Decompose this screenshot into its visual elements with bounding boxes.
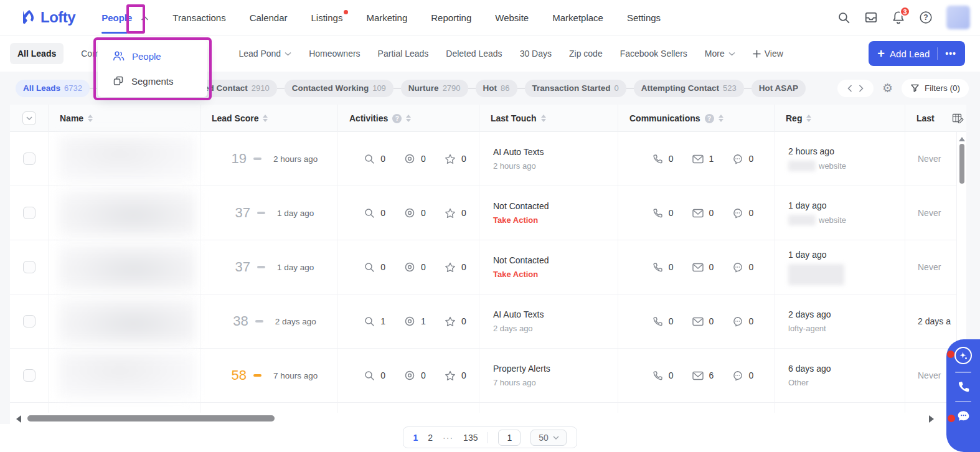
lofty-logo[interactable]: Lofty <box>19 9 75 26</box>
gear-icon[interactable]: ⚙ <box>882 82 893 94</box>
column-settings-icon[interactable] <box>952 113 964 125</box>
nav-marketplace[interactable]: Marketplace <box>552 12 603 23</box>
nav-listings[interactable]: Listings <box>311 12 343 23</box>
inbox-icon[interactable] <box>864 11 878 24</box>
vertical-scrollbar-thumb[interactable] <box>959 144 964 184</box>
stage-chip-nurture[interactable]: Nurture2790 <box>401 80 468 97</box>
column-header-last[interactable]: Last <box>905 105 956 132</box>
column-header-activities[interactable]: Activities ? <box>338 105 479 132</box>
stage-scroll-pill[interactable] <box>837 80 874 97</box>
tab-30-days[interactable]: 30 Days <box>520 49 552 59</box>
nav-website[interactable]: Website <box>495 12 529 23</box>
row-checkbox[interactable] <box>23 207 35 219</box>
plus-icon <box>753 50 761 58</box>
table-row[interactable]: 37 1 day ago 0 0 0 Not Contacted Take Ac… <box>10 240 956 294</box>
page-1[interactable]: 1 <box>413 433 418 443</box>
stage-chip-attempted-contact[interactable]: ed Contact2910 <box>197 80 277 97</box>
page-2[interactable]: 2 <box>428 433 433 443</box>
tab-homeowners[interactable]: Homeowners <box>309 49 360 59</box>
call-icon <box>653 154 663 164</box>
quick-actions-widget <box>946 339 980 452</box>
stage-chip-attempting-contact[interactable]: Attempting Contact523 <box>634 80 744 97</box>
add-view-button[interactable]: View <box>753 49 783 59</box>
horizontal-scrollbar-thumb[interactable] <box>27 415 275 421</box>
help-badge-icon[interactable]: ? <box>705 114 714 123</box>
scroll-right-arrow[interactable] <box>929 415 934 423</box>
sort-icon[interactable] <box>406 115 411 122</box>
select-all-checkbox[interactable] <box>22 111 36 125</box>
nav-marketing[interactable]: Marketing <box>366 12 407 23</box>
scroll-left-arrow[interactable] <box>16 415 21 423</box>
sort-icon[interactable] <box>806 115 811 122</box>
horizontal-scrollbar[interactable] <box>10 413 966 424</box>
chevron-down-icon <box>285 52 291 56</box>
stage-chip-hot-asap[interactable]: Hot ASAP <box>751 80 806 97</box>
row-checkbox[interactable] <box>23 369 35 382</box>
caret-up-icon[interactable] <box>141 16 149 21</box>
sort-icon[interactable] <box>263 115 268 122</box>
help-badge-icon[interactable]: ? <box>392 114 402 123</box>
filters-button[interactable]: Filters (0) <box>902 79 969 98</box>
table-row[interactable]: 19 2 hours ago 0 0 0 AI Auto Texts 2 hou… <box>10 132 956 186</box>
column-header-communications[interactable]: Communications ? <box>618 105 775 132</box>
call-button[interactable] <box>957 380 970 393</box>
page-last[interactable]: 135 <box>463 433 478 443</box>
sort-icon[interactable] <box>88 115 93 122</box>
sort-icon[interactable] <box>719 115 723 122</box>
tab-zip-code[interactable]: Zip code <box>569 49 603 59</box>
tab-all-leads[interactable]: All Leads <box>10 43 64 64</box>
search-icon[interactable] <box>837 11 850 24</box>
scroll-up-arrow[interactable] <box>959 137 965 141</box>
email-icon <box>692 317 704 326</box>
table-row[interactable]: 38 2 days ago 1 1 0 AI Auto Texts 2 days… <box>10 294 956 349</box>
table-row[interactable]: 37 1 day ago 0 0 0 Not Contacted Take Ac… <box>10 186 956 240</box>
score-time: 1 day ago <box>277 263 314 272</box>
help-icon[interactable]: ? <box>919 11 933 24</box>
add-lead-button[interactable]: + Add Lead ••• <box>869 41 965 66</box>
bell-icon[interactable]: 3 <box>892 11 905 24</box>
name-cell <box>49 132 200 186</box>
tab-more[interactable]: More <box>705 49 735 59</box>
more-actions-icon[interactable]: ••• <box>945 49 956 59</box>
menu-item-people[interactable]: People <box>98 44 207 68</box>
stage-chip-hot[interactable]: Hot86 <box>476 80 517 97</box>
nav-settings[interactable]: Settings <box>627 12 661 23</box>
stage-bar-controls: ⚙ Filters (0) <box>831 72 969 105</box>
communications-cell: 0 0 0 <box>618 186 775 240</box>
ai-assistant-button[interactable] <box>954 347 972 364</box>
row-checkbox[interactable] <box>23 261 35 273</box>
take-action-link[interactable]: Take Action <box>493 270 618 279</box>
page-size-select[interactable]: 50 <box>530 430 567 446</box>
stage-chip-transaction-started[interactable]: Transaction Started0 <box>525 80 626 97</box>
avatar[interactable] <box>946 6 970 29</box>
tab-partial-leads[interactable]: Partial Leads <box>378 49 429 59</box>
tab-lead-pond[interactable]: Lead Pond <box>238 49 291 59</box>
last-touch-cell: AI Auto Texts 2 days ago <box>479 294 618 348</box>
nav-transactions[interactable]: Transactions <box>172 12 225 23</box>
nav-people[interactable]: People <box>101 12 149 23</box>
stage-chip-all-leads[interactable]: All Leads6732 <box>16 80 90 97</box>
communications-cell: 0 6 0 <box>618 349 775 402</box>
take-action-link[interactable]: Take Action <box>493 215 618 225</box>
menu-item-segments[interactable]: Segments <box>98 68 207 93</box>
nav-reporting[interactable]: Reporting <box>431 12 471 23</box>
row-checkbox[interactable] <box>23 315 35 327</box>
chevron-right-icon[interactable] <box>859 85 864 92</box>
nav-calendar[interactable]: Calendar <box>250 12 288 23</box>
column-header-reg[interactable]: Reg <box>775 105 905 132</box>
stage-chip-contacted-working[interactable]: Contacted Working109 <box>285 80 393 97</box>
column-header-lead-score[interactable]: Lead Score <box>200 105 338 132</box>
column-header-name[interactable]: Name <box>49 105 200 132</box>
chip-connector <box>468 88 476 89</box>
row-checkbox[interactable] <box>23 153 35 165</box>
tab-deleted-leads[interactable]: Deleted Leads <box>446 49 502 59</box>
chat-button[interactable] <box>956 410 971 423</box>
page-jump-input[interactable]: 1 <box>498 430 521 446</box>
table-row[interactable]: 58 7 hours ago 0 0 0 Property Alerts 7 h… <box>10 349 956 403</box>
column-header-last-touch[interactable]: Last Touch <box>479 105 618 132</box>
page-ellipsis[interactable]: ··· <box>443 433 453 443</box>
sort-icon[interactable] <box>541 115 546 122</box>
people-dropdown-menu: People Segments <box>98 40 207 97</box>
tab-facebook-sellers[interactable]: Facebook Sellers <box>620 49 687 59</box>
chevron-left-icon[interactable] <box>847 85 852 92</box>
